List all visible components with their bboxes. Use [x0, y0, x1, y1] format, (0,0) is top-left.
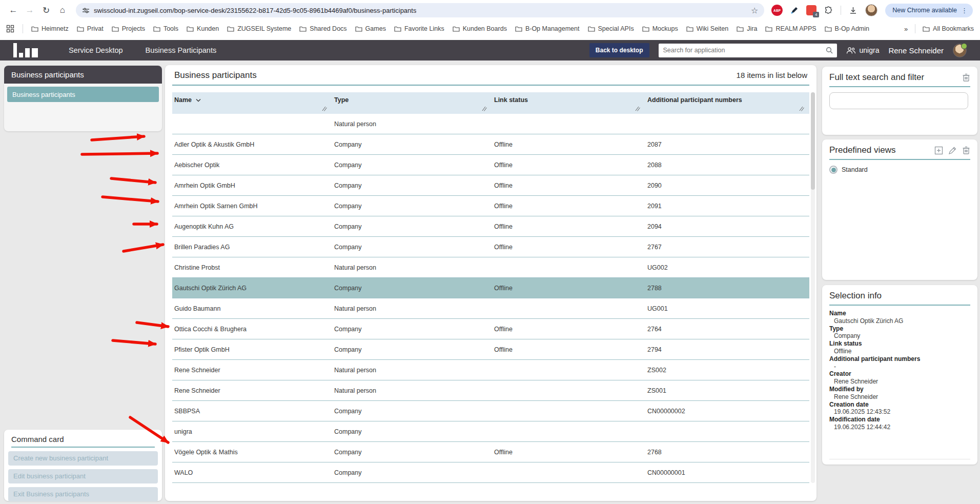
menu-service-desktop[interactable]: Service Desktop — [69, 46, 123, 54]
table-row[interactable]: Natural person — [172, 114, 809, 134]
bookmark-label: All Bookmarks — [933, 25, 974, 32]
table-row[interactable]: Aebischer Optik Company Offline 2088 — [172, 155, 809, 175]
column-resize-handle[interactable] — [635, 106, 640, 113]
folder-icon — [394, 26, 401, 32]
new-chrome-button[interactable]: New Chrome available ⋮ — [885, 4, 973, 17]
table-row[interactable]: Christine Probst Natural person UG002 — [172, 257, 809, 278]
bookmark-folder-item[interactable]: Jira — [737, 25, 757, 32]
cell-link-status: Offline — [492, 346, 645, 353]
reload-icon[interactable]: ↻ — [38, 2, 54, 18]
scrollbar-thumb[interactable] — [811, 92, 815, 190]
folder-icon — [453, 26, 460, 32]
address-bar[interactable]: swisscloud-int.zugseil.com/bop-service-d… — [76, 3, 764, 17]
selection-field: Link status Offline — [829, 340, 970, 355]
bookmark-folder-item[interactable]: Kunden Boards — [453, 25, 507, 32]
bookmarks-overflow-icon[interactable]: » — [904, 25, 908, 33]
column-header-name[interactable]: Name — [172, 92, 332, 114]
apps-grid-icon[interactable] — [6, 25, 14, 33]
app-search-input[interactable] — [659, 47, 826, 54]
table-row[interactable]: Guido Baumann Natural person UG001 — [172, 298, 809, 319]
bookmark-folder-item[interactable]: Special APIs — [588, 25, 634, 32]
edit-view-icon[interactable] — [948, 146, 957, 155]
tenant-switcher[interactable]: unigra — [846, 46, 880, 54]
menu-business-participants[interactable]: Business Participants — [146, 46, 217, 54]
table-row[interactable]: Rene Schneider Natural person ZS002 — [172, 360, 809, 380]
add-view-icon[interactable] — [934, 146, 943, 155]
extension-badge: 4 — [813, 12, 819, 17]
column-header-type[interactable]: Type — [332, 92, 492, 114]
cell-type: Natural person — [332, 264, 492, 271]
cell-name: SBBPSA — [172, 408, 332, 415]
delete-view-icon[interactable] — [962, 146, 970, 155]
command-button[interactable]: Exit Business participants — [8, 487, 158, 501]
bookmark-folder-item[interactable]: REALM APPS — [765, 25, 816, 32]
bookmark-folder-item[interactable]: Privat — [77, 25, 104, 32]
bookmark-folder-item[interactable]: Wiki Seiten — [686, 25, 729, 32]
app-logo — [13, 43, 38, 57]
bookmark-folder-item[interactable]: B-Op Management — [515, 25, 580, 32]
bookmark-folder-item[interactable]: Kunden — [187, 25, 219, 32]
business-participants-card: Business participants 18 items in list b… — [165, 65, 816, 501]
cell-type: Company — [332, 428, 492, 435]
table-row[interactable]: Pfister Optik GmbH Company Offline 2794 — [172, 339, 809, 360]
column-header-link-status[interactable]: Link status — [492, 92, 645, 114]
cell-type: Company — [332, 408, 492, 415]
back-icon[interactable]: ← — [5, 2, 22, 18]
sidebar-item-business-participants[interactable]: Business participants — [7, 87, 159, 102]
table-row[interactable]: Rene Schneider Natural person ZS001 — [172, 380, 809, 401]
table-row[interactable]: Gautschi Optik Zürich AG Company Offline… — [172, 278, 809, 298]
clear-filter-trash-icon[interactable] — [962, 73, 970, 82]
cell-name: Gautschi Optik Zürich AG — [172, 285, 332, 292]
column-resize-handle[interactable] — [321, 106, 327, 113]
cell-name: Ottica Cocchi & Brughera — [172, 326, 332, 333]
people-icon — [846, 47, 856, 54]
predefined-view-option[interactable]: Standard — [822, 160, 977, 179]
forward-icon[interactable]: → — [22, 2, 38, 18]
red-extension-icon[interactable]: 4 — [806, 5, 816, 15]
cell-additional-numbers: 2090 — [645, 182, 809, 189]
table-row[interactable]: WALO Company CN00000001 — [172, 462, 809, 483]
table-row[interactable]: Adler Optik & Akustik GmbH Company Offli… — [172, 134, 809, 155]
bookmark-folder-item[interactable]: Tools — [153, 25, 178, 32]
downloads-icon[interactable] — [849, 6, 858, 15]
column-header-additional-numbers[interactable]: Additional participant numbers — [645, 92, 809, 114]
table-row[interactable]: Ottica Cocchi & Brughera Company Offline… — [172, 319, 809, 339]
column-resize-handle[interactable] — [481, 106, 487, 113]
fulltext-filter-input[interactable] — [829, 92, 968, 109]
extensions-puzzle-icon[interactable] — [824, 6, 833, 15]
bookmark-star-icon[interactable]: ☆ — [751, 6, 758, 15]
bookmark-folder-item[interactable]: Heimnetz — [31, 25, 69, 32]
column-resize-handle[interactable] — [799, 106, 804, 113]
user-name[interactable]: Rene Schneider — [888, 46, 944, 55]
table-row[interactable]: Amrhein Optik Sarnen GmbH Company Offlin… — [172, 196, 809, 216]
bookmark-folder-item[interactable]: Favorite Links — [394, 25, 444, 32]
bookmark-folder-item[interactable]: Shared Docs — [299, 25, 346, 32]
command-card-title: Command card — [4, 430, 162, 447]
table-row[interactable]: Vögele Optik & Mathis Company Offline 27… — [172, 442, 809, 462]
table-row[interactable]: Augenoptik Kuhn AG Company Offline 2094 — [172, 216, 809, 237]
user-avatar[interactable] — [953, 44, 967, 57]
toolbar-divider — [841, 6, 841, 15]
bookmark-folder-item[interactable]: ZUGSEIL Systeme — [227, 25, 291, 32]
table-row[interactable]: Amrhein Optik GmbH Company Offline 2090 — [172, 175, 809, 196]
bookmark-folder-item[interactable]: Projects — [112, 25, 145, 32]
table-row[interactable]: SBBPSA Company CN00000002 — [172, 401, 809, 421]
table-row[interactable]: Brillen Paradies AG Company Offline 2767 — [172, 237, 809, 257]
bookmark-folder-item[interactable]: Mockups — [642, 25, 678, 32]
site-settings-icon[interactable] — [82, 7, 90, 14]
table-row[interactable]: unigra Company — [172, 421, 809, 442]
bookmark-folder-item[interactable]: B-Op Admin — [825, 25, 869, 32]
command-button[interactable]: Edit business participant — [8, 469, 158, 483]
all-bookmarks-item[interactable]: All Bookmarks — [923, 25, 974, 32]
adblock-extension-icon[interactable]: ABP — [771, 5, 783, 16]
back-to-desktop-button[interactable]: Back to desktop — [589, 43, 649, 57]
chrome-menu-icon[interactable]: ⋮ — [961, 7, 968, 14]
selection-field-value: Offline — [829, 348, 970, 355]
bookmark-folder-item[interactable]: Games — [355, 25, 386, 32]
annotation-arrow — [124, 245, 163, 251]
command-button[interactable]: Create new business participant — [8, 451, 158, 466]
profile-avatar[interactable] — [865, 4, 877, 16]
pen-extension-icon[interactable] — [790, 6, 799, 14]
home-icon[interactable]: ⌂ — [54, 2, 71, 18]
cell-name: Aebischer Optik — [172, 162, 332, 169]
